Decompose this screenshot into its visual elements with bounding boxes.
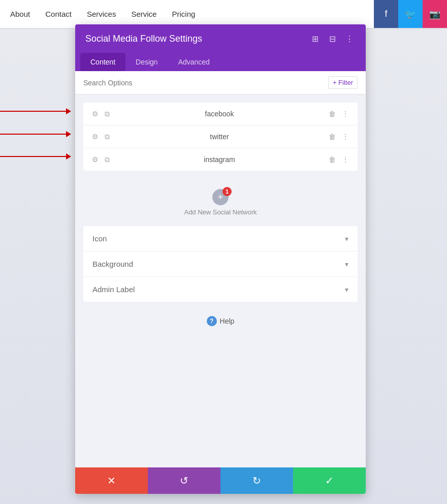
nav-item-services[interactable]: Services [87,10,116,18]
chevron-down-icon-background: ▾ [345,260,348,268]
search-bar: + Filter [75,71,366,94]
twitter-item-icons: ⚙ ⧉ [90,132,112,141]
arrow-line-3 [0,156,66,157]
modal-header: Social Media Follow Settings ⊞ ⊟ ⋮ [75,24,366,53]
network-item-facebook: ⚙ ⧉ facebook 🗑 ⋮ [83,103,358,125]
twitter-duplicate-icon[interactable]: ⧉ [103,132,112,141]
arrow-3 [0,153,71,160]
network-item-twitter: ⚙ ⧉ twitter 🗑 ⋮ [83,125,358,148]
facebook-delete-icon[interactable]: 🗑 [327,109,337,119]
filter-button[interactable]: + Filter [328,76,358,89]
instagram-more-icon[interactable]: ⋮ [340,154,350,165]
social-icons-bar: f 🐦 📷 [374,0,447,28]
accordion-label-icon: Icon [92,234,107,243]
top-navigation: About Contact Services Service Pricing f… [0,0,447,28]
facebook-more-icon[interactable]: ⋮ [340,109,350,119]
settings-modal: Social Media Follow Settings ⊞ ⊟ ⋮ Conte… [75,24,366,494]
notification-badge: 1 [222,187,232,196]
facebook-name: facebook [116,110,323,118]
instagram-delete-icon[interactable]: 🗑 [327,154,337,165]
twitter-settings-icon[interactable]: ⚙ [90,132,100,141]
network-item-instagram: ⚙ ⧉ instagram 🗑 ⋮ [83,148,358,171]
instagram-name: instagram [116,155,323,164]
network-list: ⚙ ⧉ facebook 🗑 ⋮ ⚙ ⧉ twitter 🗑 ⋮ [83,103,358,171]
arrow-head-2 [66,131,71,137]
add-new-section: + 1 Add New Social Network [75,179,366,226]
facebook-actions: 🗑 ⋮ [327,109,350,119]
arrow-head-1 [66,108,71,114]
help-label[interactable]: Help [220,317,235,325]
twitter-icon-button[interactable]: 🐦 [398,0,423,28]
twitter-delete-icon[interactable]: 🗑 [327,132,337,142]
search-input[interactable] [83,79,328,87]
accordion-item-background: Background ▾ [83,251,358,277]
modal-body: + Filter ⚙ ⧉ facebook 🗑 ⋮ ⚙ ⧉ [75,71,366,467]
accordion-label-adminlabel: Admin Label [92,285,135,294]
arrow-line-2 [0,134,66,135]
add-button-wrapper: + 1 [212,189,229,205]
instagram-actions: 🗑 ⋮ [327,154,350,165]
confirm-button[interactable]: ✓ [293,467,366,494]
arrow-line-1 [0,111,66,112]
accordion-item-icon: Icon ▾ [83,226,358,251]
tab-design[interactable]: Design [125,53,168,71]
chevron-down-icon-icon: ▾ [345,235,348,243]
help-icon: ? [207,316,217,326]
tab-content[interactable]: Content [80,53,125,71]
modal-header-icons: ⊞ ⊟ ⋮ [309,33,356,45]
redo-button[interactable]: ↻ [220,467,293,494]
facebook-duplicate-icon[interactable]: ⧉ [103,109,112,118]
facebook-icon-button[interactable]: f [374,0,398,28]
accordion-header-icon[interactable]: Icon ▾ [83,226,358,251]
modal-footer: ✕ ↺ ↻ ✓ [75,467,366,494]
instagram-icon-button[interactable]: 📷 [423,0,447,28]
facebook-settings-icon[interactable]: ⚙ [90,109,100,118]
instagram-duplicate-icon[interactable]: ⧉ [103,155,112,164]
accordion-item-adminlabel: Admin Label ▾ [83,277,358,302]
instagram-item-icons: ⚙ ⧉ [90,155,112,164]
chevron-down-icon-adminlabel: ▾ [345,286,348,294]
arrow-1 [0,108,71,114]
modal-title: Social Media Follow Settings [85,34,202,44]
nav-item-pricing[interactable]: Pricing [172,10,195,18]
help-section: ? Help [75,306,366,336]
twitter-name: twitter [116,133,323,141]
arrow-head-3 [66,153,71,160]
modal-tabs: Content Design Advanced [75,53,366,71]
add-network-label: Add New Social Network [184,208,257,216]
expand-icon[interactable]: ⊞ [309,33,321,45]
accordion-sections: Icon ▾ Background ▾ Admin Label ▾ [83,226,358,302]
arrow-2 [0,131,71,137]
accordion-header-adminlabel[interactable]: Admin Label ▾ [83,277,358,302]
columns-icon[interactable]: ⊟ [326,33,338,45]
nav-item-service[interactable]: Service [131,10,156,18]
twitter-more-icon[interactable]: ⋮ [340,132,350,142]
instagram-settings-icon[interactable]: ⚙ [90,155,100,164]
accordion-label-background: Background [92,260,133,268]
reset-button[interactable]: ↺ [148,467,220,494]
accordion-header-background[interactable]: Background ▾ [83,251,358,276]
nav-item-about[interactable]: About [10,10,30,18]
more-icon[interactable]: ⋮ [343,33,356,45]
facebook-item-icons: ⚙ ⧉ [90,109,112,118]
twitter-actions: 🗑 ⋮ [327,132,350,142]
cancel-button[interactable]: ✕ [75,467,148,494]
nav-item-contact[interactable]: Contact [45,10,72,18]
tab-advanced[interactable]: Advanced [168,53,220,71]
